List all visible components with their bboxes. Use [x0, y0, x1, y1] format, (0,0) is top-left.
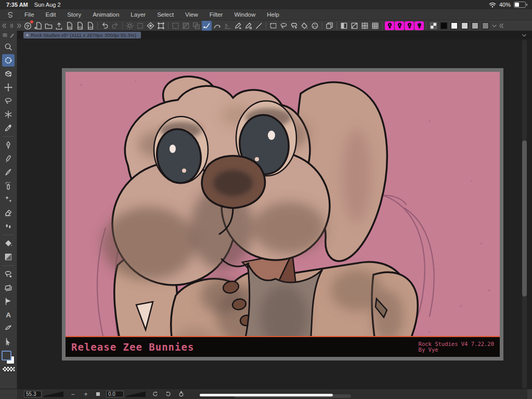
toolbar-handle-icon[interactable] [8, 21, 15, 31]
bucket-fill-icon[interactable] [300, 21, 309, 31]
reset-rotation-button[interactable] [178, 391, 185, 397]
tone-curve-icon[interactable] [349, 21, 359, 31]
menu-help[interactable]: Help [261, 11, 285, 18]
redo-icon[interactable] [110, 21, 120, 31]
selection-area-tool[interactable] [2, 268, 15, 280]
menu-view[interactable]: View [179, 11, 204, 18]
brush-correction-icon[interactable] [243, 21, 253, 31]
grid-view-icon[interactable] [360, 21, 370, 31]
share-export-icon[interactable] [54, 21, 64, 31]
gradient-tool[interactable] [2, 251, 15, 263]
fit-screen-button[interactable] [96, 392, 100, 396]
export-psd-icon[interactable]: psd [85, 21, 95, 31]
airbrush-tool[interactable] [2, 179, 15, 192]
menu-items: FileEditStoryAnimationLayerSelectViewFil… [19, 11, 285, 18]
pencil-tool[interactable] [2, 152, 15, 165]
menu-select[interactable]: Select [151, 11, 179, 18]
decoration-tool[interactable] [2, 193, 15, 205]
lasso-select-icon[interactable] [279, 21, 289, 31]
zoom-in-button[interactable]: + [82, 391, 89, 398]
brush-tool[interactable] [2, 166, 15, 178]
toolbar-collapse-icon[interactable] [498, 21, 505, 31]
document-tab[interactable]: Rock Studies v5* (4111 x 2678px 300dpi 5… [23, 32, 141, 38]
snap-to-grid-icon[interactable] [223, 21, 232, 31]
text-tool[interactable]: A [2, 308, 15, 321]
vertical-scrollbar[interactable] [522, 140, 527, 297]
toolbar-more-icon[interactable] [491, 21, 498, 31]
invert-selection-icon[interactable] [181, 21, 191, 31]
mid-gray-swatch[interactable] [470, 21, 480, 31]
duplicate-layer-icon[interactable] [325, 21, 334, 31]
straight-line-icon[interactable] [254, 21, 264, 31]
figure-tool[interactable] [2, 295, 15, 307]
toolbar-expand-right-icon[interactable] [16, 21, 22, 31]
balloon-tool[interactable] [2, 322, 15, 334]
fill-area-icon[interactable] [146, 21, 155, 31]
zoom-value-box[interactable]: 55.3 [24, 391, 42, 397]
black-swatch[interactable] [439, 21, 449, 31]
select-more-icon[interactable] [289, 21, 299, 31]
clip-studio-app-icon[interactable] [23, 21, 33, 31]
flip-canvas-icon[interactable] [339, 21, 349, 31]
custom-action-2-icon[interactable] [395, 21, 404, 30]
mesh-select-icon[interactable] [135, 21, 145, 31]
zoom-out-button[interactable]: − [69, 391, 76, 398]
menu-filter[interactable]: Filter [204, 11, 229, 18]
move-layer-tool[interactable] [2, 81, 15, 94]
expand-selection-icon[interactable] [191, 21, 201, 31]
transform-icon[interactable] [156, 21, 166, 31]
snap-to-ruler-icon[interactable] [202, 21, 212, 31]
zoom-slider[interactable] [44, 391, 63, 397]
export-png-icon[interactable]: png [75, 21, 85, 31]
menu-story[interactable]: Story [61, 11, 87, 18]
export-jpg-icon[interactable]: jpg [64, 21, 74, 31]
object-tool[interactable] [2, 68, 15, 80]
color-wheel-icon[interactable] [310, 21, 320, 31]
menu-window[interactable]: Window [228, 11, 261, 18]
new-canvas-icon[interactable] [33, 21, 43, 31]
dark-gray-swatch[interactable] [481, 21, 490, 31]
rotate-cw-button[interactable] [165, 391, 172, 397]
rotation-value-box[interactable]: 0.0 [106, 391, 124, 397]
auto-select-tool[interactable] [2, 108, 15, 121]
deselect-icon[interactable] [171, 21, 180, 31]
white-swatch[interactable] [449, 21, 459, 31]
eraser-tool[interactable] [2, 207, 15, 219]
rotate-ccw-button[interactable] [152, 391, 159, 397]
open-file-icon[interactable] [44, 21, 54, 31]
menu-layer[interactable]: Layer [125, 11, 151, 18]
sidebar-menu-icon[interactable] [2, 32, 8, 38]
grid-settings-icon[interactable] [370, 21, 380, 31]
selection-tool[interactable] [2, 95, 15, 107]
rect-select-icon[interactable] [268, 21, 278, 31]
snap-to-special-ruler-icon[interactable] [212, 21, 222, 31]
toolbar-collapse-left-icon[interactable] [1, 21, 8, 31]
menu-file[interactable]: File [19, 11, 40, 18]
canvas-area[interactable]: Release Zee Bunnies Rock Studies V4 7.22… [17, 40, 532, 389]
blend-tool[interactable] [2, 220, 15, 233]
rotate-canvas-tool[interactable] [2, 54, 15, 67]
document-canvas[interactable]: Release Zee Bunnies Rock Studies V4 7.22… [62, 68, 503, 361]
chevron-down-icon[interactable] [521, 32, 527, 38]
menu-edit[interactable]: Edit [40, 11, 62, 18]
custom-action-3-icon[interactable] [405, 21, 414, 30]
filter-processing-icon[interactable] [125, 21, 135, 31]
transparent-color-swatch[interactable] [2, 366, 16, 372]
foreground-color-swatch[interactable] [2, 351, 11, 361]
pen-tool[interactable] [2, 139, 15, 151]
line-correction-tool[interactable] [2, 336, 15, 348]
home-indicator[interactable] [200, 394, 333, 396]
rotation-slider[interactable] [126, 391, 146, 397]
custom-action-1-icon[interactable] [385, 21, 394, 30]
zoom-tool[interactable] [2, 41, 15, 53]
frame-border-tool[interactable] [2, 281, 15, 294]
fill-tool[interactable] [2, 237, 15, 250]
menu-animation[interactable]: Animation [87, 11, 125, 18]
light-gray-swatch[interactable] [460, 21, 470, 31]
transparent-swatch[interactable] [429, 21, 438, 31]
pen-correction-icon[interactable] [233, 21, 243, 31]
eyedropper-tool[interactable] [2, 122, 15, 134]
sidebar-pen-icon[interactable] [9, 32, 15, 38]
undo-icon[interactable] [100, 21, 110, 31]
custom-action-4-icon[interactable] [414, 21, 424, 30]
